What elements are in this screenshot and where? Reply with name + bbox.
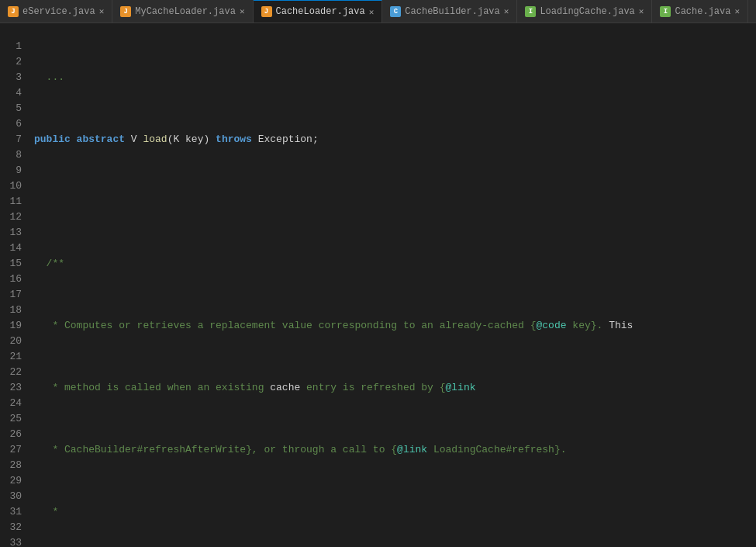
code-line-1: public abstract V load(K key) throws Exc… — [34, 132, 756, 147]
line-num-20: 19 — [0, 318, 28, 334]
line-numbers: 1 2 3 4 5 6 7 8 9 10 11 12 13 14 15 16 1… — [0, 23, 28, 547]
file-icon-cacheloader: J — [261, 6, 272, 17]
line-num-5: 4 — [0, 85, 28, 101]
line-num-23: 22 — [0, 365, 28, 380]
line-num-19: 18 — [0, 303, 28, 318]
line-num-29: 28 — [0, 458, 28, 473]
code-line-3: /** — [34, 256, 756, 272]
line-num-7: 6 — [0, 116, 28, 132]
line-num-31: 30 — [0, 489, 28, 504]
close-icon-cache[interactable]: ✕ — [734, 6, 740, 16]
tab-mycacheloader[interactable]: J MyCacheLoader.java ✕ — [112, 0, 253, 23]
file-icon-cache: I — [660, 6, 671, 17]
line-num-11: 10 — [0, 178, 28, 194]
close-icon-mycacheloader[interactable]: ✕ — [240, 6, 245, 16]
tab-label-eservice: eService.java — [22, 6, 95, 17]
tab-cacheloader[interactable]: J CacheLoader.java ✕ — [254, 0, 383, 23]
tab-loadingcache[interactable]: I LoadingCache.java ✕ — [517, 0, 652, 23]
close-icon-loadingcache[interactable]: ✕ — [639, 6, 644, 16]
code-line-7: * — [34, 504, 756, 520]
line-num-9: 8 — [0, 147, 28, 163]
line-num-14: 13 — [0, 225, 28, 241]
file-icon-mycacheloader: J — [120, 6, 131, 17]
tab-eservice[interactable]: J eService.java ✕ — [0, 0, 112, 23]
tab-label-cachebuilder: CacheBuilder.java — [405, 6, 499, 17]
line-num-17: 16 — [0, 272, 28, 287]
line-num-33: 32 — [0, 520, 28, 535]
line-num-24: 23 — [0, 380, 28, 396]
editor-area: 1 2 3 4 5 6 7 8 9 10 11 12 13 14 15 16 1… — [0, 23, 756, 547]
tab-label-mycacheloader: MyCacheLoader.java — [135, 6, 236, 17]
code-content[interactable]: ... public abstract V load(K key) throws… — [28, 23, 756, 547]
tab-cache[interactable]: I Cache.java ✕ — [652, 0, 748, 23]
file-icon-cachebuilder: C — [390, 6, 401, 17]
line-num-30: 29 — [0, 473, 28, 489]
close-icon-cachebuilder[interactable]: ✕ — [504, 6, 509, 16]
file-icon-loadingcache: I — [525, 6, 536, 17]
close-icon-cacheloader[interactable]: ✕ — [369, 7, 375, 17]
tab-label-loadingcache: LoadingCache.java — [540, 6, 634, 17]
tab-localcache[interactable]: C LocalCache.java ✕ — [748, 0, 756, 23]
code-line-2 — [34, 194, 756, 209]
line-num-4: 3 — [0, 70, 28, 85]
line-num-22: 21 — [0, 349, 28, 365]
line-num-28: 27 — [0, 442, 28, 458]
code-line-0: ... — [34, 70, 756, 85]
line-num-8: 7 — [0, 132, 28, 147]
code-line-4: * Computes or retrieves a replacement va… — [34, 318, 756, 334]
line-num-15: 14 — [0, 241, 28, 256]
line-num-12: 11 — [0, 194, 28, 209]
line-num-32: 31 — [0, 504, 28, 520]
line-num-18: 17 — [0, 287, 28, 303]
tab-cachebuilder[interactable]: C CacheBuilder.java ✕ — [382, 0, 517, 23]
close-icon-eservice[interactable]: ✕ — [99, 6, 105, 16]
tab-bar: J eService.java ✕ J MyCacheLoader.java ✕… — [0, 0, 756, 23]
tab-label-cacheloader: CacheLoader.java — [276, 6, 365, 17]
code-line-5: * method is called when an existing cach… — [34, 380, 756, 396]
line-num-16: 15 — [0, 256, 28, 272]
line-num-26: 25 — [0, 411, 28, 427]
line-num-27: 26 — [0, 427, 28, 442]
line-num-2: 1 — [0, 39, 28, 54]
line-num-25: 24 — [0, 396, 28, 411]
tab-label-cache: Cache.java — [675, 6, 730, 17]
line-num-3: 2 — [0, 54, 28, 70]
line-num-1 — [0, 23, 28, 39]
line-num-13: 12 — [0, 209, 28, 225]
line-num-6: 5 — [0, 101, 28, 116]
line-num-21: 20 — [0, 334, 28, 349]
file-icon-eservice: J — [8, 6, 19, 17]
code-line-6: * CacheBuilder#refreshAfterWrite}, or th… — [34, 442, 756, 458]
line-num-34: 33 — [0, 535, 28, 547]
line-num-10: 9 — [0, 163, 28, 178]
